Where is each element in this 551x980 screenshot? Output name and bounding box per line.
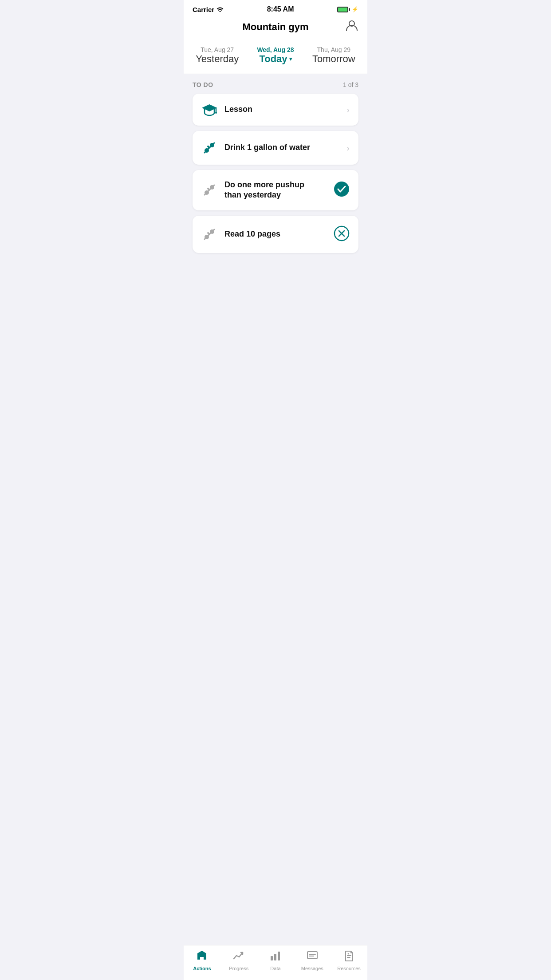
task-lesson-chevron: › <box>346 105 350 115</box>
date-tomorrow-day: Tomorrow <box>305 53 363 65</box>
carrier-info: Carrier <box>193 6 224 13</box>
date-tomorrow-label: Thu, Aug 29 <box>305 46 363 53</box>
svg-point-12 <box>334 182 349 197</box>
todo-section: TO DO 1 of 3 Lesson › <box>184 74 367 257</box>
app-title: Mountain gym <box>242 21 308 33</box>
date-dropdown-icon: ▾ <box>289 56 292 62</box>
status-right: ⚡ <box>337 6 358 12</box>
date-yesterday-label: Tue, Aug 27 <box>188 46 246 53</box>
task-water[interactable]: Drink 1 gallon of water › <box>193 131 358 165</box>
main-content: TO DO 1 of 3 Lesson › <box>184 74 367 296</box>
task-read[interactable]: Read 10 pages <box>193 216 358 253</box>
svg-line-11 <box>205 185 214 195</box>
task-pushup-label: Do one more pushupthan yesterday <box>224 180 304 201</box>
date-tomorrow[interactable]: Thu, Aug 29 Tomorrow <box>305 46 363 65</box>
task-water-label: Drink 1 gallon of water <box>224 142 310 153</box>
battery-icon <box>337 7 350 12</box>
task-pushup-completed-icon <box>334 181 350 199</box>
task-lesson-label: Lesson <box>224 104 252 115</box>
section-title: TO DO <box>193 81 213 88</box>
svg-line-16 <box>205 229 214 239</box>
charging-icon: ⚡ <box>352 6 358 12</box>
task-water-chevron: › <box>346 143 350 153</box>
date-today[interactable]: Wed, Aug 28 Today ▾ <box>246 46 304 65</box>
task-list: Lesson › Drink 1 gallon of water <box>191 94 360 253</box>
task-read-label: Read 10 pages <box>224 229 280 239</box>
time-display: 8:45 AM <box>267 5 294 13</box>
svg-line-7 <box>205 143 214 153</box>
water-icon <box>201 141 217 155</box>
section-header: TO DO 1 of 3 <box>191 81 360 94</box>
pushup-icon <box>201 183 217 197</box>
carrier-name: Carrier <box>193 6 214 13</box>
task-lesson[interactable]: Lesson › <box>193 94 358 126</box>
date-today-label: Wed, Aug 28 <box>246 46 304 53</box>
date-navigation: Tue, Aug 27 Yesterday Wed, Aug 28 Today … <box>184 42 367 74</box>
task-read-cancelled-icon <box>334 225 350 243</box>
status-bar: Carrier 8:45 AM ⚡ <box>184 0 367 17</box>
task-pushup[interactable]: Do one more pushupthan yesterday <box>193 170 358 210</box>
wifi-icon <box>216 6 224 13</box>
section-count: 1 of 3 <box>343 81 358 88</box>
date-today-day: Today ▾ <box>246 53 304 65</box>
date-yesterday[interactable]: Tue, Aug 27 Yesterday <box>188 46 246 65</box>
app-header: Mountain gym <box>184 17 367 42</box>
svg-point-3 <box>215 112 217 114</box>
lesson-icon <box>201 103 217 116</box>
date-yesterday-day: Yesterday <box>188 53 246 65</box>
read-icon <box>201 227 217 241</box>
avatar-button[interactable] <box>345 19 358 36</box>
